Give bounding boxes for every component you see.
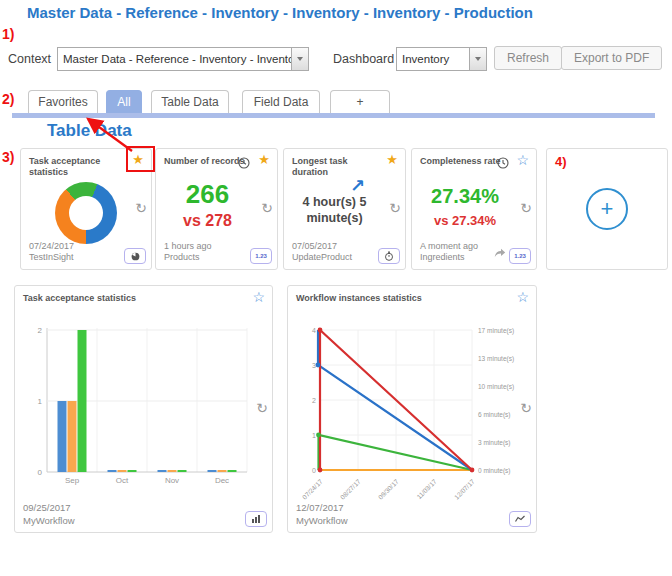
svg-text:10 minute(s): 10 minute(s) (478, 383, 514, 391)
refresh-icon[interactable]: ↻ (520, 401, 532, 415)
records-comparison: vs 278 (156, 212, 259, 230)
svg-text:2: 2 (312, 397, 316, 404)
plus-icon: + (601, 198, 614, 220)
svg-text:1: 1 (38, 397, 43, 406)
dashboard-label: Dashboard (333, 52, 394, 66)
svg-text:2: 2 (38, 326, 43, 335)
svg-text:11/03/17: 11/03/17 (415, 477, 438, 500)
annotation-highlight-rect (126, 146, 155, 172)
number-icon: 1.23 (514, 253, 526, 259)
bar-chart: 012SepOctNovDec (23, 320, 253, 500)
line-chart-icon (515, 515, 525, 523)
tab-underline (12, 113, 655, 118)
svg-text:0: 0 (312, 467, 316, 474)
widget-source: Products (164, 252, 212, 264)
donut-chart (55, 182, 117, 244)
chevron-down-icon (469, 48, 486, 70)
svg-text:17 minute(s): 17 minute(s) (478, 327, 514, 335)
widget-source: MyWorkflow (296, 515, 348, 527)
widget-date: 07/24/2017 (29, 241, 74, 253)
svg-text:08/27/17: 08/27/17 (339, 477, 362, 500)
widget-date: 09/25/2017 (23, 502, 75, 514)
star-favorite-icon[interactable]: ☆ (516, 290, 529, 304)
widget-title: Longest task duration (292, 156, 379, 179)
widget-longest-task-duration: Longest task duration ★ ↗ 4 hour(s) 5 mi… (283, 148, 406, 270)
widget-date: 07/05/2017 (292, 241, 352, 253)
section-heading: Table Data (47, 121, 132, 141)
refresh-button[interactable]: Refresh (494, 46, 562, 70)
number-type-badge: 1.23 (509, 248, 531, 264)
svg-text:Oct: Oct (116, 476, 129, 485)
dashboard-select[interactable]: Inventory (396, 47, 487, 71)
chevron-down-icon (291, 48, 308, 70)
widget-updated: A moment ago (420, 241, 478, 253)
widget-completeness-rate: Completeness rate ☆ 27.34% vs 27.34% ↻ A… (411, 148, 537, 270)
context-select[interactable]: Master Data - Reference - Inventory - In… (57, 47, 309, 71)
star-favorite-icon[interactable]: ★ (258, 153, 270, 166)
widget-source: MyWorkflow (23, 515, 75, 527)
svg-text:12/07/17: 12/07/17 (453, 477, 476, 500)
number-type-badge: 1.23 (250, 248, 272, 264)
star-favorite-icon[interactable]: ★ (386, 153, 398, 166)
svg-text:3 minute(s): 3 minute(s) (478, 439, 511, 447)
star-favorite-icon[interactable]: ☆ (252, 290, 265, 304)
annotation-3: 3) (2, 149, 14, 165)
share-icon[interactable] (494, 244, 506, 262)
svg-text:3: 3 (312, 362, 316, 369)
annotation-2: 2) (2, 91, 14, 107)
refresh-icon[interactable]: ↻ (135, 201, 147, 215)
tab-all[interactable]: All (106, 90, 142, 113)
annotation-1: 1) (2, 26, 14, 42)
refresh-icon[interactable]: ↻ (256, 401, 268, 415)
svg-text:0 minute(s): 0 minute(s) (478, 467, 511, 475)
stopwatch-icon (384, 251, 394, 261)
star-favorite-icon[interactable]: ☆ (516, 153, 529, 167)
bar-type-badge (245, 511, 267, 527)
svg-text:4: 4 (312, 327, 316, 334)
widget-title: Task acceptance statistics (29, 156, 125, 179)
widget-title: Task acceptance statistics (23, 293, 246, 304)
tab-add[interactable]: + (330, 90, 390, 113)
refresh-icon[interactable]: ↻ (520, 201, 532, 215)
refresh-icon[interactable]: ↻ (389, 201, 401, 215)
svg-text:07/24/17: 07/24/17 (301, 477, 324, 500)
widget-number-of-records: Number of records ★ 266 vs 278 ↻ 1 hours… (155, 148, 278, 270)
pie-type-badge (124, 248, 146, 264)
tab-field-data[interactable]: Field Data (242, 90, 320, 113)
svg-text:1: 1 (312, 432, 316, 439)
dashboard-select-value: Inventory (402, 53, 469, 65)
context-select-value: Master Data - Reference - Inventory - In… (63, 53, 291, 65)
tab-table-data[interactable]: Table Data (151, 90, 229, 113)
svg-text:09/30/17: 09/30/17 (377, 477, 400, 500)
widget-title: Workflow instances statistics (296, 293, 510, 304)
widget-updated: 1 hours ago (164, 241, 212, 253)
annotation-4: 4) (555, 154, 567, 169)
svg-text:13 minute(s): 13 minute(s) (478, 355, 514, 363)
bar-chart-icon (251, 515, 261, 523)
widget-source: Ingredients (420, 252, 478, 264)
records-value: 266 (156, 179, 259, 210)
svg-text:Sep: Sep (65, 476, 80, 485)
number-icon: 1.23 (255, 253, 267, 259)
svg-text:6 minute(s): 6 minute(s) (478, 411, 511, 419)
history-clock-icon (497, 155, 509, 173)
history-clock-icon (238, 155, 250, 173)
donut-hole (69, 196, 103, 230)
widget-source: TestInSight (29, 252, 74, 264)
rate-comparison: vs 27.34% (412, 213, 518, 228)
svg-text:Nov: Nov (165, 476, 179, 485)
widget-date: 12/07/2017 (296, 502, 348, 514)
tab-favorites[interactable]: Favorites (28, 90, 98, 113)
trend-up-arrow-icon: ↗ (350, 175, 365, 196)
svg-text:0: 0 (38, 468, 43, 477)
line-type-badge (509, 511, 531, 527)
page-title: Master Data - Reference - Inventory - In… (27, 4, 533, 21)
dashboard-page: Master Data - Reference - Inventory - In… (0, 0, 672, 576)
export-pdf-button[interactable]: Export to PDF (561, 46, 662, 70)
rate-value: 27.34% (412, 185, 518, 208)
add-widget-card[interactable]: 4) + (546, 148, 668, 270)
refresh-icon[interactable]: ↻ (261, 201, 273, 215)
svg-text:Dec: Dec (215, 476, 229, 485)
duration-type-badge (378, 248, 400, 264)
add-widget-button[interactable]: + (586, 188, 628, 230)
